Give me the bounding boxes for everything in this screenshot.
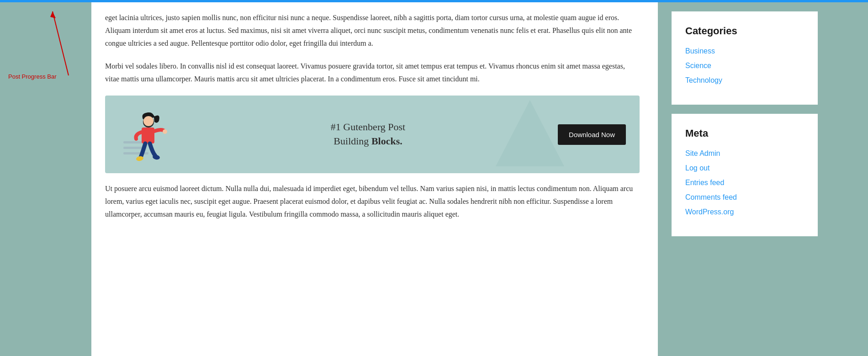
annotation-area: Post Progress Bar [0, 2, 91, 356]
article-paragraph-1: eget lacinia ultrices, justo sapien moll… [105, 11, 640, 50]
list-item: Technology [685, 76, 804, 85]
meta-widget: Meta Site Admin Log out Entries feed Com… [672, 114, 818, 236]
meta-list: Site Admin Log out Entries feed Comments… [685, 149, 804, 216]
list-item: Site Admin [685, 149, 804, 158]
svg-marker-1 [50, 11, 56, 18]
person-illustration-icon [119, 105, 178, 169]
meta-link-comments-feed[interactable]: Comments feed [685, 193, 737, 201]
meta-link-wordpress-org[interactable]: WordPress.org [685, 208, 734, 216]
categories-title: Categories [685, 25, 804, 37]
reading-progress-bar [0, 0, 868, 2]
article-paragraph-3: Ut posuere arcu euismod laoreet dictum. … [105, 182, 640, 221]
meta-link-entries-feed[interactable]: Entries feed [685, 179, 724, 186]
article-content: eget lacinia ultrices, justo sapien moll… [91, 2, 658, 356]
svg-rect-4 [123, 152, 148, 154]
list-item: Entries feed [685, 179, 804, 187]
article-paragraph-2: Morbi vel sodales libero. In convallis n… [105, 60, 640, 85]
list-item: WordPress.org [685, 208, 804, 216]
categories-list: Business Science Technology [685, 47, 804, 85]
meta-link-site-admin[interactable]: Site Admin [685, 149, 720, 157]
list-item: Business [685, 47, 804, 55]
svg-point-10 [143, 116, 153, 126]
article-body-2: Ut posuere arcu euismod laoreet dictum. … [105, 182, 640, 221]
list-item: Log out [685, 164, 804, 172]
svg-rect-6 [142, 128, 154, 143]
banner-text-bold: Blocks. [371, 135, 402, 147]
svg-point-7 [163, 129, 167, 134]
svg-marker-11 [496, 100, 564, 166]
category-link-science[interactable]: Science [685, 62, 711, 69]
list-item: Comments feed [685, 193, 804, 202]
meta-title: Meta [685, 128, 804, 139]
svg-line-0 [53, 11, 69, 75]
download-now-button[interactable]: Download Now [558, 124, 626, 145]
article-body: eget lacinia ultrices, justo sapien moll… [105, 11, 640, 85]
meta-link-log-out[interactable]: Log out [685, 164, 709, 172]
annotation-label: Post Progress Bar [8, 73, 57, 80]
gutenberg-banner: #1 Gutenberg PostBuilding Blocks. Downlo… [105, 96, 640, 173]
annotation-arrow-icon [50, 7, 78, 80]
banner-bg-triangle-icon [493, 98, 566, 171]
sidebar: Categories Business Science Technology M… [658, 2, 831, 356]
list-item: Science [685, 62, 804, 70]
categories-widget: Categories Business Science Technology [672, 11, 818, 105]
category-link-business[interactable]: Business [685, 47, 715, 55]
banner-illustration [119, 105, 178, 164]
right-spacer [831, 2, 868, 356]
category-link-technology[interactable]: Technology [685, 76, 722, 84]
